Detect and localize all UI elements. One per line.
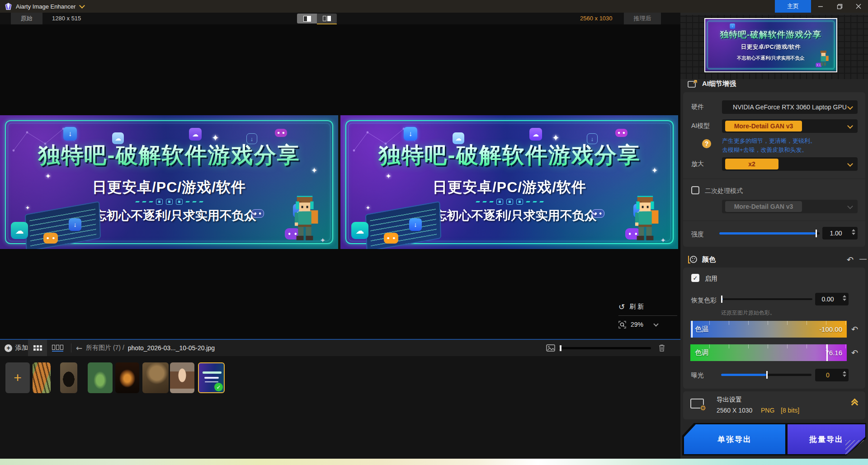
help-icon[interactable]: ? xyxy=(702,139,711,148)
second-model-dropdown-disabled: More-Detail GAN v3 xyxy=(722,200,858,213)
restore-slider-thumb[interactable] xyxy=(721,296,722,303)
view-toggle-group xyxy=(297,14,337,23)
download-icon: ↓ xyxy=(63,127,77,141)
grid-view-button[interactable] xyxy=(28,340,47,356)
hardware-dropdown[interactable]: NVIDIA GeForce RTX 3060 Laptop GPU xyxy=(722,100,858,114)
temperature-undo-icon[interactable]: ↶ xyxy=(851,324,858,334)
second-pass-checkbox[interactable] xyxy=(691,186,699,194)
gamepad-icon xyxy=(43,233,58,244)
scale-dropdown[interactable]: x2 xyxy=(722,157,858,171)
thumbnail-portrait[interactable] xyxy=(170,362,194,393)
add-images-button[interactable]: + 添加 xyxy=(5,340,28,356)
back-button[interactable]: ← xyxy=(76,340,82,356)
tint-thumb[interactable] xyxy=(826,344,828,361)
delete-button[interactable] xyxy=(658,340,665,356)
thumbnail-burger[interactable] xyxy=(115,362,139,393)
enhanced-image-view[interactable]: ↓ ☁ ☁ ↓ ✦ ✦ ✦ ✦ 独特吧-破解软件游戏分享 日更安卓/PC/游戏/… xyxy=(340,115,678,249)
refresh-button[interactable]: ↺ 刷 新 xyxy=(618,298,677,315)
gamepad-outline-icon xyxy=(592,209,604,218)
thumbnail-size-slider[interactable] xyxy=(559,347,651,349)
banner-title: 独特吧-破解软件游戏分享 xyxy=(0,141,338,170)
zoom-control[interactable]: 29% xyxy=(618,316,677,333)
close-button[interactable] xyxy=(849,0,868,13)
strength-spinner[interactable] xyxy=(852,229,855,235)
side-by-side-view-button[interactable] xyxy=(317,14,337,23)
exposure-slider[interactable] xyxy=(721,374,811,376)
result-preview-thumbnail[interactable]: 独特吧-破解软件游戏分享 日更安卓/PC/游戏/软件 不忘初心不逐利/只求实用不… xyxy=(704,18,837,72)
add-image-tile[interactable]: + xyxy=(5,362,30,393)
gear-icon: ⚙ xyxy=(700,405,706,412)
list-view-button[interactable] xyxy=(48,340,67,356)
zoom-value: 29% xyxy=(631,321,643,328)
cloud-icon: ☁ xyxy=(189,128,202,141)
app-logo-icon xyxy=(5,3,12,10)
thumbnail-dog[interactable] xyxy=(142,362,169,393)
color-title: 颜色 xyxy=(702,255,716,264)
tint-label: 色调 xyxy=(695,348,708,357)
palette-icon xyxy=(688,255,698,264)
thumbnail-banner-selected[interactable]: ✓ xyxy=(198,362,225,393)
hardware-label: 硬件 xyxy=(691,103,704,111)
app-title-dropdown-icon[interactable] xyxy=(79,3,85,9)
temperature-thumb[interactable] xyxy=(691,321,693,338)
thumbnail-terrarium[interactable] xyxy=(88,362,113,393)
banner-title: 独特吧-破解软件游戏分享 xyxy=(340,141,678,170)
minimize-button[interactable] xyxy=(811,0,830,13)
temperature-label: 色温 xyxy=(695,325,708,333)
canvas-controls: ↺ 刷 新 29% xyxy=(618,298,677,333)
restore-description: 还原至图片原始色彩。 xyxy=(721,309,775,317)
maximize-button[interactable] xyxy=(830,0,849,13)
original-banner-image: ↓ ☁ ☁ ↓ ✦ ✦ ✦ ✦ 独特吧-破解软件游戏分享 日更安卓/PC/游戏/… xyxy=(0,115,338,249)
strength-label: 强度 xyxy=(691,230,704,239)
download-icon: ↓ xyxy=(69,218,81,231)
model-dropdown[interactable]: More-Detail GAN v3 xyxy=(722,119,858,133)
chevron-down-icon xyxy=(847,123,853,129)
thumbnail-size-slider-thumb[interactable] xyxy=(560,345,561,351)
desktop-wallpaper-strip xyxy=(0,459,868,465)
export-settings-card[interactable]: ⚙ 导出设置 2560 X 1030 PNG [8 bits] xyxy=(683,391,865,419)
gamepad-icon xyxy=(275,129,287,137)
split-view-button[interactable] xyxy=(297,14,317,23)
original-image-view[interactable]: ↓ ☁ ☁ ↓ ✦ ✦ ✦ ✦ 独特吧-破解软件游戏分享 日更安卓/PC/游戏/… xyxy=(0,115,338,249)
strength-value-box[interactable]: 1.00 xyxy=(822,227,858,240)
download-icon: ↓ xyxy=(409,218,422,231)
color-enable-checkbox[interactable]: ✓ xyxy=(691,274,699,282)
temperature-slider[interactable]: 色温 -100.00 xyxy=(690,321,847,338)
thumbnail-tiger[interactable] xyxy=(33,362,51,393)
home-button[interactable]: 主页 xyxy=(775,0,811,13)
filmstrip: + ✓ xyxy=(0,356,680,459)
exposure-value-box[interactable]: 0 xyxy=(815,369,849,381)
restore-value: 0.00 xyxy=(821,296,834,303)
restore-spinner[interactable] xyxy=(843,295,846,301)
app-title: Aiarty Image Enhancer xyxy=(16,3,75,10)
refresh-label: 刷 新 xyxy=(629,303,644,311)
restore-slider[interactable] xyxy=(721,298,812,300)
tint-undo-icon[interactable]: ↶ xyxy=(851,348,858,357)
plus-icon: + xyxy=(14,370,22,385)
diamond-deco: ✦ xyxy=(320,236,326,244)
ai-enhance-icon xyxy=(688,80,698,88)
model-desc-line1: 产生更多的细节，更清晰，更锐利。 xyxy=(722,136,816,146)
restore-value-box[interactable]: 0.00 xyxy=(815,293,849,305)
export-batch-button[interactable]: 批量导出 xyxy=(788,424,865,454)
tab-enhanced[interactable]: 推理后 xyxy=(624,13,661,24)
breadcrumb[interactable]: 所有图片 (7) / photo_2026-03..._10-05-20.jpg xyxy=(86,340,215,356)
chevron-down-icon xyxy=(847,104,853,110)
tint-slider[interactable]: 色调 76.16 xyxy=(690,344,847,361)
tab-original[interactable]: 原始 xyxy=(11,13,42,24)
enhanced-size-label: 2560 x 1030 xyxy=(580,15,613,22)
banner-line2: 日更安卓/PC/游戏/软件 xyxy=(340,178,678,197)
strength-slider[interactable] xyxy=(719,232,820,235)
thumbnail-butterfly[interactable] xyxy=(60,362,77,393)
export-single-button[interactable]: 单张导出 xyxy=(684,424,785,454)
color-collapse-icon[interactable]: — xyxy=(859,255,867,263)
image-size-icon xyxy=(546,344,555,352)
exposure-spinner[interactable] xyxy=(843,371,846,377)
exposure-slider-thumb[interactable] xyxy=(766,371,768,379)
strength-slider-thumb[interactable] xyxy=(816,230,817,237)
color-undo-icon[interactable]: ↶ xyxy=(847,255,854,264)
gamepad-icon xyxy=(384,233,398,244)
title-bar: Aiarty Image Enhancer 主页 xyxy=(0,0,868,13)
strength-value: 1.00 xyxy=(830,230,842,237)
export-collapse-icon[interactable] xyxy=(852,399,857,405)
